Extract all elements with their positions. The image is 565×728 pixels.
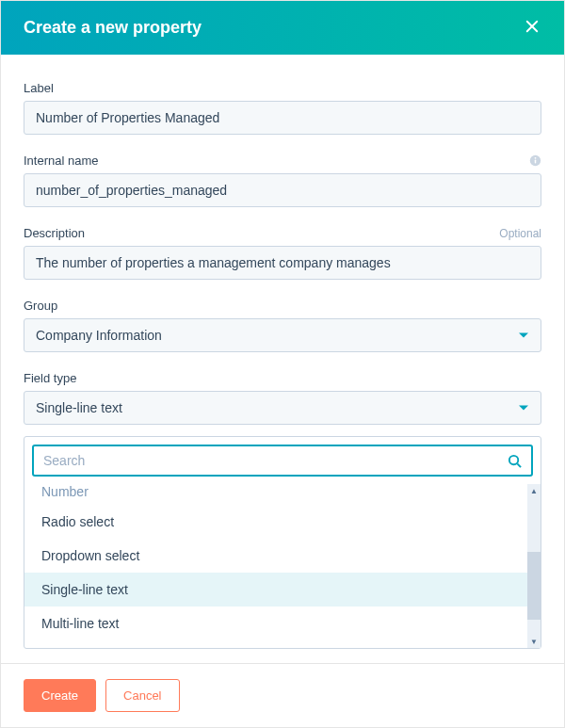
- scrollbar[interactable]: ▲ ▼: [527, 484, 541, 648]
- svg-rect-4: [535, 160, 536, 164]
- close-icon: [524, 18, 541, 39]
- cancel-button[interactable]: Cancel: [105, 679, 179, 712]
- scroll-down-arrow[interactable]: ▼: [527, 635, 541, 648]
- modal-body: Label Internal name Description Optional…: [1, 55, 564, 663]
- caret-down-icon: [518, 330, 529, 341]
- group-select[interactable]: Company Information: [24, 318, 541, 352]
- modal-title: Create a new property: [24, 18, 202, 38]
- dropdown-search-box[interactable]: [32, 445, 533, 477]
- internal-name-input[interactable]: [24, 173, 541, 207]
- description-input[interactable]: [24, 246, 541, 280]
- field-type-dropdown: Number Radio select Dropdown select Sing…: [24, 436, 541, 649]
- field-type-select-value: Single-line text: [36, 400, 122, 415]
- option-dropdown-select[interactable]: Dropdown select: [24, 539, 541, 573]
- internal-name-field-group: Internal name: [24, 154, 541, 207]
- group-select-value: Company Information: [36, 328, 162, 343]
- optional-label: Optional: [499, 227, 541, 240]
- scroll-up-arrow[interactable]: ▲: [527, 484, 541, 497]
- svg-point-5: [509, 455, 518, 463]
- internal-name-field-label: Internal name: [24, 154, 99, 168]
- group-field-label: Group: [24, 299, 57, 313]
- modal-footer: Create Cancel: [1, 663, 564, 727]
- options-scroll: Number Radio select Dropdown select Sing…: [24, 484, 541, 648]
- create-button[interactable]: Create: [24, 679, 96, 712]
- field-type-select[interactable]: Single-line text: [24, 391, 541, 425]
- option-radio-select[interactable]: Radio select: [24, 505, 541, 539]
- svg-point-3: [535, 157, 537, 159]
- create-property-modal: Create a new property Label Internal nam…: [0, 0, 565, 728]
- label-field-group: Label: [24, 81, 541, 135]
- svg-line-6: [517, 463, 521, 467]
- close-button[interactable]: [523, 19, 541, 38]
- info-icon[interactable]: [529, 154, 541, 167]
- description-field-group: Description Optional: [24, 226, 541, 280]
- field-type-field-label: Field type: [24, 371, 76, 385]
- option-number[interactable]: Number: [24, 484, 541, 505]
- options-list: Number Radio select Dropdown select Sing…: [24, 484, 541, 648]
- option-single-line-text[interactable]: Single-line text: [24, 573, 541, 607]
- label-field-label: Label: [24, 81, 54, 95]
- option-hubspot-user[interactable]: HubSpot user: [24, 640, 541, 648]
- option-multi-line-text[interactable]: Multi-line text: [24, 607, 541, 640]
- field-type-field-group: Field type Single-line text: [24, 371, 541, 649]
- dropdown-search-input[interactable]: [43, 453, 508, 468]
- modal-header: Create a new property: [1, 1, 564, 55]
- description-field-label: Description: [24, 226, 85, 240]
- search-icon: [508, 454, 522, 468]
- group-field-group: Group Company Information: [24, 299, 541, 352]
- scroll-thumb[interactable]: [527, 552, 541, 620]
- label-input[interactable]: [24, 101, 541, 135]
- caret-down-icon: [518, 402, 529, 413]
